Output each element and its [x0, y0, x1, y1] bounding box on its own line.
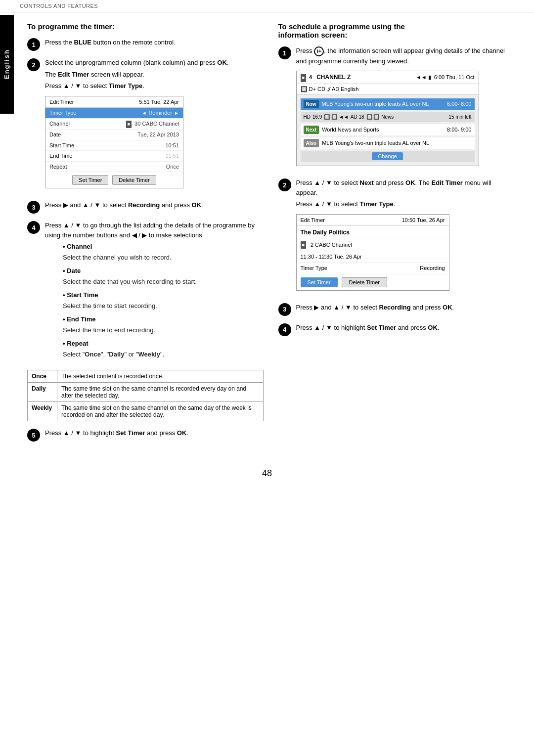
right-step-3-num: 3 [278, 303, 291, 316]
bullet-starttime-text: Select the time to start recording. [63, 301, 264, 311]
right-step-1-content: Press i+, the information screen will ap… [296, 46, 515, 171]
step-2-content: Select the unprogrammed column (blank co… [45, 58, 264, 193]
step-4-text: Press ▲ / ▼ to go through the list addin… [45, 221, 264, 240]
et2-header: Edit Timer 10:50 Tue, 26 Apr [297, 215, 449, 226]
et1-date-label: Date [49, 131, 61, 139]
left-column: To programme the timer: 1 Press the BLUE… [27, 22, 264, 448]
change-button[interactable]: Change [372, 152, 403, 160]
table-row-weekly: Weekly The same time slot on the same ch… [28, 402, 264, 421]
step-5-text: Press ▲ / ▼ to highlight Set Timer and p… [45, 428, 264, 438]
et1-row-endtime: End Time 11:51 [45, 151, 183, 162]
right-step-2: 2 Press ▲ / ▼ to select Next and press O… [278, 178, 515, 296]
right-title-line2: information screen: [278, 31, 348, 39]
et2-channel-row: ■ 2 CABC Channel [297, 239, 449, 251]
language-label: English [0, 15, 14, 114]
step-2-num: 2 [27, 58, 40, 71]
repeat-table: Once The selected content is recorded on… [27, 370, 264, 421]
bullet-date-title: • Date [63, 267, 81, 274]
et1-endtime-label: End Time [49, 152, 72, 160]
step-5-content: Press ▲ / ▼ to highlight Set Timer and p… [45, 428, 264, 440]
et1-set-timer-btn[interactable]: Set Timer [72, 175, 108, 185]
et1-row-starttime: Start Time 10:51 [45, 140, 183, 151]
weekly-label: Weekly [28, 402, 57, 421]
et1-row-channel: Channel ■ 30 CABC Channel [45, 119, 183, 130]
info-ch-num: 4 [309, 74, 312, 80]
step-2: 2 Select the unprogrammed column (blank … [27, 58, 264, 193]
info-desc-row: HD 16:9 🔲 🔲 ◄◄ AD 18 🔲 🔲 News 15 min lef… [301, 112, 475, 122]
right-step-4-text: Press ▲ / ▼ to highlight Set Timer and p… [296, 323, 515, 333]
et1-channel-val: ■ 30 CABC Channel [126, 120, 179, 129]
info-change-row: Change [301, 151, 475, 162]
et1-buttons: Set Timer Delete Timer [45, 172, 183, 188]
info-now-row: Now MLB Young's two-run triple leads AL … [301, 98, 475, 110]
et1-timertype-text: Reminder [148, 109, 172, 117]
et2-set-timer-btn[interactable]: Set Timer [301, 277, 338, 287]
step-5: 5 Press ▲ / ▼ to highlight Set Timer and… [27, 428, 264, 442]
ch-icon: ■ [126, 121, 132, 129]
et2-delete-timer-btn[interactable]: Delete Timer [342, 277, 387, 287]
arrow-right-icon: ► [174, 109, 179, 117]
et1-repeat-val: Once [166, 163, 179, 171]
right-step-2-text2: Press ▲ / ▼ to select Timer Type. [296, 199, 515, 209]
et1-datetime: 5:51 Tue, 22 Apr [139, 98, 179, 106]
et1-repeat-label: Repeat [49, 163, 67, 171]
step-3: 3 Press ▶ and ▲ / ▼ to select Recording … [27, 200, 264, 214]
bullet-channel: • Channel Select the channel you wish to… [63, 242, 264, 262]
et1-row-repeat: Repeat Once [45, 162, 183, 173]
step-4: 4 Press ▲ / ▼ to go through the list add… [27, 221, 264, 363]
et2-programme: The Daily Politics [297, 226, 449, 239]
bullet-endtime-title: • End Time [63, 315, 95, 323]
et2-date-row: 11:30 - 12:30 Tue, 26 Apr [297, 251, 449, 263]
now-time: 6:00- 8:00 [447, 100, 472, 108]
daily-desc: The same time slot on the same channel i… [57, 383, 264, 402]
bullet-date-text: Select the date that you wish recording … [63, 277, 264, 287]
et2-title: Edit Timer [301, 216, 325, 224]
edit-timer-box-2: Edit Timer 10:50 Tue, 26 Apr The Daily P… [296, 214, 449, 291]
info-body: Now MLB Young's two-run triple leads AL … [297, 94, 479, 166]
step-1: 1 Press the BLUE button on the remote co… [27, 38, 264, 51]
arrow-left-icon: ◄ [142, 109, 147, 117]
et1-endtime-val: 11:51 [165, 152, 179, 160]
et1-row-timertype: Timer Type ◄ Reminder ► [45, 108, 183, 119]
bullet-endtime: • End Time Select the time to end record… [63, 314, 264, 335]
step-3-text: Press ▶ and ▲ / ▼ to select Recording an… [45, 200, 264, 210]
table-row-daily: Daily The same time slot on the same cha… [28, 383, 264, 402]
right-step-3-text: Press ▶ and ▲ / ▼ to select Recording an… [296, 303, 515, 312]
et2-datetime: 10:50 Tue, 26 Apr [402, 216, 445, 224]
right-step-3-content: Press ▶ and ▲ / ▼ to select Recording an… [296, 303, 515, 314]
step-5-num: 5 [27, 429, 40, 442]
et1-row-date: Date Tue, 22 Apr 2013 [45, 130, 183, 140]
subtitle-icons: 🔲 D+ CD [301, 85, 325, 93]
step-2-text-c: Press ▲ / ▼ to select Timer Type. [45, 81, 264, 91]
bullet-repeat-text: Select "Once", "Daily" or "Weekly". [63, 350, 264, 359]
right-step-4-num: 4 [278, 323, 291, 336]
left-title: To programme the timer: [27, 22, 264, 31]
step-2-text-b: The Edit Timer screen will appear. [45, 70, 264, 80]
et1-timertype-val: ◄ Reminder ► [142, 109, 179, 117]
step-1-num: 1 [27, 38, 40, 51]
right-title-line1: To schedule a programme using the [278, 22, 405, 31]
right-step-1-num: 1 [278, 46, 291, 59]
info-channel-info: ■ 4 CHANNEL Z [301, 73, 351, 82]
et2-date-range: 11:30 - 12:30 Tue, 26 Apr [301, 254, 362, 260]
subtitle-script-icon: 𝒥 [327, 85, 330, 92]
right-step-2-text1: Press ▲ / ▼ to select Next and press OK.… [296, 178, 515, 197]
info-top-bar: ■ 4 CHANNEL Z ◄◄ ▮ 6:00 Thu, 11 Oct [297, 71, 479, 84]
desc-news: News [381, 113, 394, 121]
next-badge: Next [304, 126, 319, 134]
bullet-date: • Date Select the date that you wish rec… [63, 266, 264, 286]
et2-timertype-value: Recording [420, 264, 445, 272]
bullet-starttime: • Start Time Select the time to start re… [63, 290, 264, 311]
desc-time-left: 15 min left [448, 113, 471, 121]
et1-delete-timer-btn[interactable]: Delete Timer [112, 175, 156, 185]
signal-icons: ◄◄ ▮ [416, 73, 431, 82]
et2-buttons: Set Timer Delete Timer [297, 274, 449, 290]
info-time: 6:00 Thu, 11 Oct [434, 73, 475, 82]
bullet-channel-title: • Channel [63, 243, 92, 250]
et2-type-row: Timer Type Recording [297, 263, 449, 274]
bullet-section: • Channel Select the channel you wish to… [63, 242, 264, 359]
bullet-repeat-title: • Repeat [63, 340, 89, 347]
once-desc: The selected content is recorded once. [57, 370, 264, 383]
et2-channel: 2 CABC Channel [311, 241, 352, 249]
et1-date-val: Tue, 22 Apr 2013 [137, 131, 179, 139]
